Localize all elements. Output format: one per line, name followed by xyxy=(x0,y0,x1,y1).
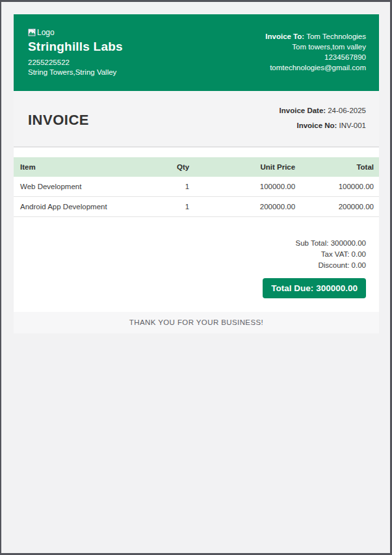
cell-qty: 1 xyxy=(162,197,195,217)
company-header: Logo Stringhills Labs 2255225522 String … xyxy=(14,14,379,91)
sub-total-value: 300000.00 xyxy=(331,239,366,247)
cell-qty: 1 xyxy=(162,177,195,197)
total-due-value: 300000.00 xyxy=(316,283,358,293)
invoice-date-line: Invoice Date:24-06-2025 xyxy=(280,107,366,114)
client-phone: 1234567890 xyxy=(265,52,366,62)
table-row: Android App Development 1 200000.00 2000… xyxy=(14,197,379,217)
sub-total-line: Sub Total: 300000.00 xyxy=(27,239,366,247)
bill-to-block: Invoice To:Tom Technologies Tom towers,t… xyxy=(265,31,366,78)
invoice-card: Logo Stringhills Labs 2255225522 String … xyxy=(14,14,379,333)
tax-line: Tax VAT: 0.00 xyxy=(27,250,366,258)
cell-total: 200000.00 xyxy=(300,197,379,217)
invoice-page: { "colors": { "accent_green": "#028b60",… xyxy=(0,0,392,555)
discount-value: 0.00 xyxy=(352,261,366,269)
column-header-unit-price: Unit Price xyxy=(194,157,300,177)
company-block: Logo Stringhills Labs 2255225522 String … xyxy=(28,28,123,78)
thank-you-footer: THANK YOU FOR YOUR BUSINESS! xyxy=(14,312,379,333)
table-row: Web Development 1 100000.00 100000.00 xyxy=(14,177,379,197)
invoice-to-label: Invoice To: xyxy=(265,32,304,40)
client-name: Tom Technologies xyxy=(306,32,366,40)
company-logo: Logo xyxy=(28,28,123,36)
line-items-table: Item Qty Unit Price Total Web Developmen… xyxy=(14,157,379,217)
column-header-item: Item xyxy=(14,157,162,177)
invoice-date-value: 24-06-2025 xyxy=(328,107,366,114)
cell-total: 100000.00 xyxy=(300,177,379,197)
company-phone: 2255225522 xyxy=(28,58,123,66)
company-address: String Towers,String Valley xyxy=(28,68,123,76)
invoice-number-value: INV-001 xyxy=(339,122,366,129)
broken-image-icon xyxy=(28,29,36,36)
invoice-number-label: Invoice No: xyxy=(296,122,337,129)
total-due-badge: Total Due:300000.00 xyxy=(263,278,366,298)
invoice-number-line: Invoice No:INV-001 xyxy=(280,122,366,129)
tax-label: Tax VAT: xyxy=(321,250,350,258)
total-due-label: Total Due: xyxy=(271,283,313,293)
column-header-total: Total xyxy=(300,157,379,177)
bill-to-line: Invoice To:Tom Technologies xyxy=(265,31,366,42)
cell-item: Android App Development xyxy=(14,197,162,217)
cell-unit-price: 200000.00 xyxy=(194,197,300,217)
invoice-date-label: Invoice Date: xyxy=(280,107,326,114)
company-name: Stringhills Labs xyxy=(28,40,123,54)
invoice-title: INVOICE xyxy=(28,112,89,146)
logo-alt-text: Logo xyxy=(37,28,55,37)
invoice-meta-strip: INVOICE Invoice Date:24-06-2025 Invoice … xyxy=(14,91,379,148)
table-header-row: Item Qty Unit Price Total xyxy=(14,157,379,177)
invoice-meta-block: Invoice Date:24-06-2025 Invoice No:INV-0… xyxy=(280,107,366,146)
sub-total-label: Sub Total: xyxy=(295,239,328,247)
client-email: tomtechnologies@gmail.com xyxy=(265,62,366,73)
discount-line: Discount: 0.00 xyxy=(27,261,366,269)
discount-label: Discount: xyxy=(318,261,349,269)
column-header-qty: Qty xyxy=(162,157,195,177)
tax-value: 0.00 xyxy=(352,250,366,258)
totals-block: Sub Total: 300000.00 Tax VAT: 0.00 Disco… xyxy=(14,217,379,298)
cell-unit-price: 100000.00 xyxy=(194,177,300,197)
client-address: Tom towers,tom valley xyxy=(265,42,366,52)
cell-item: Web Development xyxy=(14,177,162,197)
